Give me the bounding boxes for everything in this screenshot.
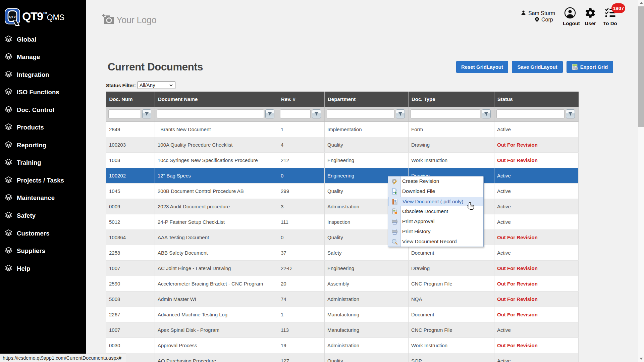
svg-text:QT9: QT9 [9,15,15,18]
